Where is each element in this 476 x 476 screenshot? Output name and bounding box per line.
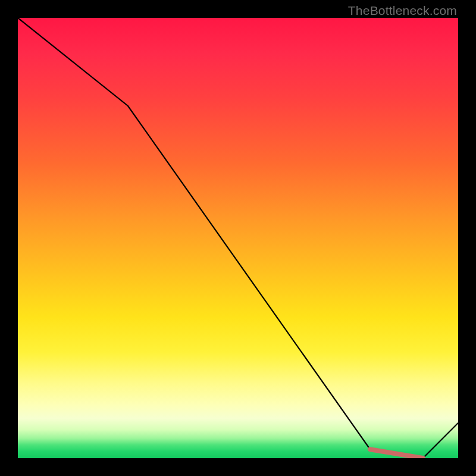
optimal-zone-marker <box>370 449 423 458</box>
curve-line <box>18 18 458 458</box>
watermark-text: TheBottleneck.com <box>348 4 457 18</box>
plot-area <box>18 18 458 458</box>
chart-svg <box>18 18 458 458</box>
chart-frame: TheBottleneck.com <box>0 0 476 476</box>
